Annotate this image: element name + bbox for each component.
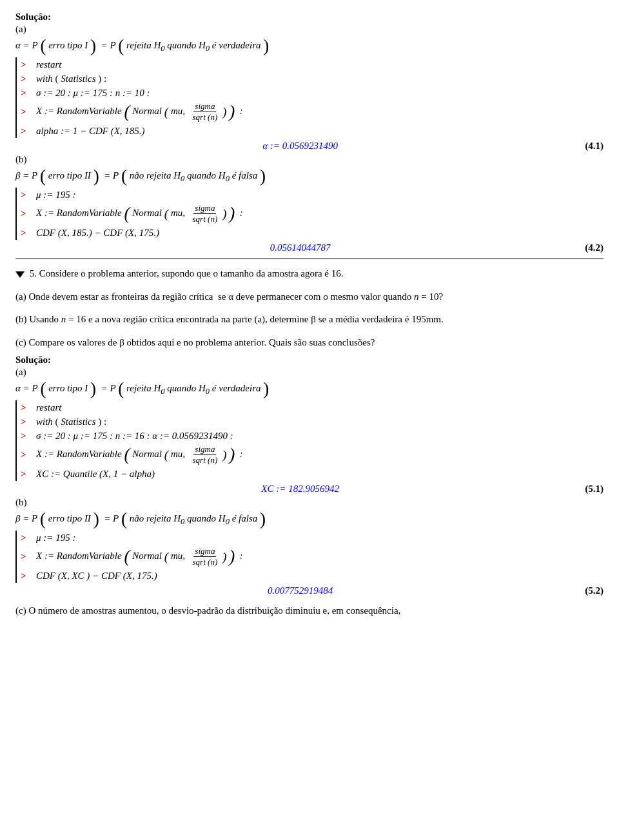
- erro-tipo-ii-text: erro tipo II: [48, 170, 91, 181]
- with-statistics-line-2: > with ( Statistics ) :: [21, 415, 604, 429]
- erro-tipo-i-text-2: erro tipo I: [48, 383, 88, 393]
- X-randomvar-line: > X := RandomVariable ( Normal ( mu, sig…: [21, 100, 604, 124]
- right-paren-big-1: ): [90, 36, 96, 55]
- erro-tipo-i-text: erro tipo I: [48, 40, 88, 50]
- cdf-code-1: CDF (X, 185.) − CDF (X, 175.): [36, 228, 159, 239]
- alpha-cdf-line: > alpha := 1 − CDF (X, 185.): [21, 124, 604, 138]
- beta2-result-row: 0.007752919484 (5.2): [15, 585, 604, 596]
- alpha-equation-line-2: α = P ( erro tipo I ) = P ( rejeita H0 q…: [15, 380, 604, 398]
- prompt-3-3: >: [21, 431, 32, 442]
- right-paren-beta2-1: ): [93, 509, 99, 529]
- nao-rejeita-text: não rejeita H0 quando H0 é falsa: [130, 170, 258, 181]
- prompt-4-1: >: [21, 532, 32, 543]
- solution-section-top: Solução: (a) α = P ( erro tipo I ) = P (…: [15, 12, 604, 253]
- sigma-mu-n-code: σ := 20 : μ := 175 : n := 10 :: [36, 88, 150, 99]
- beta-result-value: 0.05614044787: [270, 242, 331, 253]
- erro-tipo-ii-text-2: erro tipo II: [48, 513, 91, 523]
- equals-P-beta2: = P: [101, 513, 119, 523]
- mu-195-code: μ := 195 :: [36, 190, 75, 200]
- left-paren-big-2: (: [118, 36, 124, 55]
- left-paren-beta-1: (: [40, 166, 46, 186]
- right-paren-beta2-3: ): [260, 509, 266, 529]
- prompt-3-5: >: [21, 469, 32, 480]
- nao-rejeita-text-2: não rejeita H0 quando H0 é falsa: [130, 513, 258, 523]
- prompt-3-1: >: [21, 402, 32, 413]
- left-paren-big-1: (: [40, 36, 46, 55]
- right-paren-beta-1: ): [93, 166, 99, 186]
- beta2-result-value: 0.007752919484: [268, 585, 333, 596]
- x-randomvar-code-2: X := RandomVariable ( Normal ( mu, sigma…: [36, 203, 243, 224]
- prompt-3-4: >: [21, 449, 32, 460]
- problem-5a-text: (a) Onde devem estar as fronteiras da re…: [15, 289, 604, 306]
- maple-block-2: > μ := 195 : > X := RandomVariable ( Nor…: [15, 188, 604, 240]
- prompt-5: >: [21, 126, 32, 137]
- beta-symbol-2: β = P: [15, 513, 37, 523]
- restart-line: > restart: [21, 57, 604, 72]
- prompt-b3: >: [21, 228, 32, 239]
- alpha-result-value: α := 0.0569231490: [262, 141, 338, 151]
- restart-line-2: > restart: [21, 400, 604, 415]
- mu-195-code-2: μ := 195 :: [36, 532, 75, 543]
- prompt-4-3: >: [21, 571, 32, 581]
- part-b-label-1: (b): [15, 154, 604, 165]
- mu-195-line: > μ := 195 :: [21, 188, 604, 202]
- with-statistics-line: > with ( Statistics ) :: [21, 72, 604, 86]
- rejeita-text-2: rejeita H0 quando H0 é verdadeira: [126, 383, 260, 393]
- prompt-4-2: >: [21, 551, 32, 562]
- alpha-cdf-code: alpha := 1 − CDF (X, 185.): [36, 126, 145, 137]
- rejeita-text: rejeita H0 quando H0 é verdadeira: [126, 40, 260, 50]
- cdf-line-1: > CDF (X, 185.) − CDF (X, 175.): [21, 226, 604, 240]
- beta-result-row: 0.05614044787 (4.2): [15, 242, 604, 253]
- maple-block-1: > restart > with ( Statistics ) : > σ :=…: [15, 57, 604, 138]
- sigma-mu-n-alpha-line: > σ := 20 : μ := 175 : n := 16 : α := 0.…: [21, 429, 604, 443]
- cdf-xc-code: CDF (X, XC ) − CDF (X, 175.): [36, 571, 157, 581]
- prompt-1: >: [21, 59, 32, 70]
- eq-num-52: (5.2): [585, 585, 604, 596]
- part-a-label-1: (a): [15, 24, 604, 35]
- part-a-label-2: (a): [15, 367, 604, 378]
- prompt-b1: >: [21, 190, 32, 200]
- XC-quantile-line: > XC := Quantile (X, 1 − alpha): [21, 467, 604, 481]
- left-paren-2-2: (: [118, 379, 124, 398]
- prompt-b2: >: [21, 208, 32, 219]
- x-randomvar-code: X := RandomVariable ( Normal ( mu, sigma…: [36, 101, 243, 122]
- mu-195-line-2: > μ := 195 :: [21, 531, 604, 545]
- left-paren-beta2-2: (: [121, 509, 127, 529]
- x-randomvar-code-3: X := RandomVariable ( Normal ( mu, sigma…: [36, 444, 243, 465]
- restart-code-2: restart: [36, 402, 61, 413]
- part-b-label-2: (b): [15, 497, 604, 508]
- problem-5-header: 5. Considere o problema anterior, supond…: [15, 266, 604, 282]
- prompt-3-2: >: [21, 416, 32, 427]
- with-stats-code: with ( Statistics ) :: [36, 73, 106, 84]
- X-randomvar-line-3: > X := RandomVariable ( Normal ( mu, sig…: [21, 443, 604, 467]
- prompt-3: >: [21, 88, 32, 99]
- triangle-icon: [15, 271, 25, 278]
- alpha-symbol: α = P: [15, 40, 38, 50]
- sigma-mu-n-line: > σ := 20 : μ := 175 : n := 10 :: [21, 86, 604, 100]
- x-randomvar-code-4: X := RandomVariable ( Normal ( mu, sigma…: [36, 546, 243, 567]
- problem-5-section: 5. Considere o problema anterior, supond…: [15, 266, 604, 620]
- left-paren-beta2-1: (: [40, 509, 46, 529]
- problem-5b-text: (b) Usando n = 16 e a nova região crític…: [15, 311, 604, 328]
- alpha-symbol-2: α = P: [15, 383, 38, 393]
- equals-P-2: = P: [99, 383, 116, 393]
- alpha-result-row: α := 0.0569231490 (4.1): [15, 141, 604, 151]
- eq-num-41: (4.1): [585, 141, 604, 151]
- solucao-label-2: Solução:: [15, 355, 604, 366]
- X-randomvar-line-4: > X := RandomVariable ( Normal ( mu, sig…: [21, 545, 604, 569]
- maple-block-4: > μ := 195 : > X := RandomVariable ( Nor…: [15, 531, 604, 583]
- eq-num-42: (4.2): [585, 242, 604, 253]
- alpha-equation-line: α = P ( erro tipo I ) = P ( rejeita H0 q…: [15, 37, 604, 55]
- conclusion-text: (c) O número de amostras aumentou, o des…: [15, 603, 604, 620]
- equals-P-beta: = P: [101, 170, 119, 181]
- divider-1: [15, 259, 604, 259]
- left-paren-beta-2: (: [121, 166, 127, 186]
- with-stats-code-2: with ( Statistics ) :: [36, 416, 106, 427]
- X-randomvar-line-2: > X := RandomVariable ( Normal ( mu, sig…: [21, 202, 604, 226]
- xc-result-value: XC := 182.9056942: [261, 483, 339, 494]
- beta-symbol: β = P: [15, 170, 37, 181]
- beta-equation-line: β = P ( erro tipo II ) = P ( não rejeita…: [15, 168, 604, 185]
- restart-code: restart: [36, 59, 61, 70]
- sigma-mu-n-alpha-code: σ := 20 : μ := 175 : n := 16 : α := 0.05…: [36, 431, 233, 442]
- right-paren-2-1: ): [90, 379, 96, 398]
